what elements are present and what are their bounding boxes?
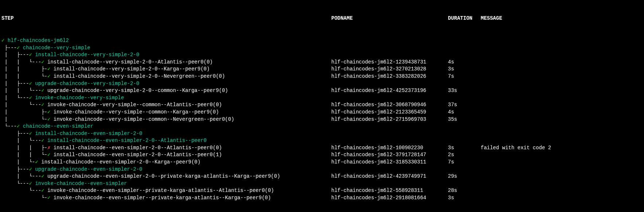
tree-row: └-·-✓ invoke-chaincode--even-simpler--pr… bbox=[0, 187, 644, 194]
tree-prefix: └--- bbox=[1, 123, 17, 129]
duration-cell: 35s bbox=[448, 116, 481, 123]
status-ok-icon: ✓ bbox=[41, 88, 44, 93]
step-label: chaincode--very-simple bbox=[20, 45, 90, 51]
header-podname: PODNAME bbox=[331, 15, 448, 22]
step-cell: | └---✓ invoke-chaincode--very-simple bbox=[1, 95, 331, 102]
tree-row: └---✓ invoke-chaincode--even-simpler bbox=[0, 180, 644, 188]
step-label: invoke-chaincode--even-simpler bbox=[32, 181, 127, 186]
duration-cell: 4s bbox=[448, 59, 481, 66]
status-ok-icon: ✓ bbox=[41, 138, 44, 143]
status-ok-icon: ✓ bbox=[35, 159, 38, 165]
step-label: install-chaincode--even-simpler-2-0--Atl… bbox=[50, 145, 222, 151]
step-cell: | └-✓ install-chaincode--even-simpler-2-… bbox=[1, 159, 331, 166]
tree-row: | | └-✓ install-chaincode--very-simple-2… bbox=[0, 73, 644, 80]
step-cell: | | ├-✗ install-chaincode--even-simpler-… bbox=[1, 144, 331, 152]
duration-cell: 29s bbox=[448, 173, 481, 180]
step-cell: ├---✓ install-chaincode--even-simpler-2-… bbox=[1, 130, 331, 138]
header-message: MESSAGE bbox=[481, 15, 643, 22]
tree-row: | | ├-✗ install-chaincode--even-simpler-… bbox=[0, 144, 644, 152]
step-label: upgrade-chaincode--even-simpler-2-0--pri… bbox=[44, 173, 280, 179]
tree-prefix: | ├--- bbox=[1, 81, 29, 86]
tree-row: | └-✓ install-chaincode--even-simpler-2-… bbox=[0, 159, 644, 166]
step-cell: | ├-✓ invoke-chaincode--very-simple--com… bbox=[1, 109, 331, 116]
step-label: invoke-chaincode--very-simple--common--N… bbox=[50, 116, 234, 122]
step-label: invoke-chaincode--even-simpler--private-… bbox=[50, 195, 271, 201]
step-label: install-chaincode--even-simpler-2-0--Kar… bbox=[38, 159, 200, 165]
tree-prefix: | ├- bbox=[1, 109, 47, 115]
step-cell: | | └-✓ install-chaincode--even-simpler-… bbox=[1, 151, 331, 159]
status-ok-icon: ✓ bbox=[41, 59, 44, 65]
status-ok-icon: ✓ bbox=[29, 166, 32, 172]
tree-row: | └-✓ invoke-chaincode--very-simple--com… bbox=[0, 116, 644, 123]
tree-row: | | ├-✓ install-chaincode--very-simple-2… bbox=[0, 66, 644, 73]
podname-cell: hlf-chaincodes-jm6l2-4252373196 bbox=[331, 87, 448, 95]
duration-cell: 3s bbox=[448, 66, 481, 73]
step-label: install-chaincode--very-simple-2-0--Atla… bbox=[44, 59, 213, 65]
tree-row: ✓ hlf-chaincodes-jm6l2 bbox=[0, 37, 644, 45]
tree-row: | | └-✓ install-chaincode--even-simpler-… bbox=[0, 151, 644, 159]
podname-cell: hlf-chaincodes-jm6l2-3068790946 bbox=[331, 101, 448, 109]
tree-row: | | └---✓ upgrade-chaincode--very-simple… bbox=[0, 87, 644, 95]
step-cell: | ├---✓ upgrade-chaincode--very-simple-2… bbox=[1, 80, 331, 88]
duration-cell: 7s bbox=[448, 159, 481, 166]
duration-cell: 7s bbox=[448, 73, 481, 80]
header-step: STEP bbox=[1, 15, 331, 22]
tree-prefix: | └-·- bbox=[1, 102, 41, 108]
status-ok-icon: ✓ bbox=[41, 173, 44, 179]
step-cell: | | └-✓ install-chaincode--very-simple-2… bbox=[1, 73, 331, 80]
tree-prefix: | └--- bbox=[1, 95, 29, 101]
step-cell: ├---✓ chaincode--very-simple bbox=[1, 45, 331, 52]
step-label: upgrade-chaincode--very-simple-2-0--comm… bbox=[44, 88, 228, 93]
duration-cell: 3s bbox=[448, 144, 481, 152]
tree-prefix: | | └- bbox=[1, 152, 47, 158]
step-label: upgrade-chaincode--very-simple-2-0 bbox=[32, 81, 139, 86]
step-label: invoke-chaincode--very-simple--common--K… bbox=[50, 109, 219, 115]
tree-prefix: └- bbox=[1, 195, 47, 201]
step-cell: └-✓ invoke-chaincode--even-simpler--priv… bbox=[1, 194, 331, 202]
step-cell: | | └-·-✓ install-chaincode--very-simple… bbox=[1, 59, 331, 66]
tree-row: ├---✓ chaincode--very-simple bbox=[0, 45, 644, 52]
tree-row: | └---✓ upgrade-chaincode--even-simpler-… bbox=[0, 173, 644, 180]
step-label: invoke-chaincode--very-simple--common--A… bbox=[44, 102, 222, 108]
tree-prefix: ├--- bbox=[1, 131, 29, 136]
tree-row: ├---✓ install-chaincode--even-simpler-2-… bbox=[0, 130, 644, 138]
step-cell: | | ├-✓ install-chaincode--very-simple-2… bbox=[1, 66, 331, 73]
tree-row: └-✓ invoke-chaincode--even-simpler--priv… bbox=[0, 194, 644, 202]
tree-prefix: └--- bbox=[1, 181, 29, 186]
tree-prefix: ├--- bbox=[1, 45, 17, 51]
header-row: STEP PODNAME DURATION MESSAGE bbox=[0, 14, 644, 23]
duration-cell: 37s bbox=[448, 101, 481, 109]
step-cell: | └-✓ invoke-chaincode--very-simple--com… bbox=[1, 116, 331, 123]
status-ok-icon: ✓ bbox=[41, 102, 44, 108]
tree-prefix: | └-·- bbox=[1, 138, 41, 143]
status-ok-icon: ✓ bbox=[29, 181, 32, 186]
tree-prefix: | | ├- bbox=[1, 145, 47, 151]
podname-cell: hlf-chaincodes-jm6l2-4239749971 bbox=[331, 173, 448, 180]
step-label: chaincode--even-simpler bbox=[20, 123, 93, 129]
tree-prefix: | | └-·- bbox=[1, 59, 41, 65]
podname-cell: hlf-chaincodes-jm6l2-2123365459 bbox=[331, 109, 448, 116]
tree-prefix: | | └--- bbox=[1, 88, 41, 93]
status-ok-icon: ✓ bbox=[29, 131, 32, 136]
podname-cell: hlf-chaincodes-jm6l2-100902230 bbox=[331, 144, 448, 152]
podname-cell: hlf-chaincodes-jm6l2-3185330311 bbox=[331, 159, 448, 166]
step-cell: | ├---✓ install-chaincode--very-simple-2… bbox=[1, 51, 331, 59]
step-label: upgrade-chaincode--even-simpler-2-0 bbox=[32, 166, 142, 172]
step-label: install-chaincode--very-simple-2-0--Karg… bbox=[50, 66, 210, 72]
tree-row: | └-·-✓ invoke-chaincode--very-simple--c… bbox=[0, 101, 644, 109]
tree-prefix: | └- bbox=[1, 159, 35, 165]
duration-cell: 3s bbox=[448, 194, 481, 202]
tree-row: | ├---✓ install-chaincode--very-simple-2… bbox=[0, 51, 644, 59]
tree-prefix: ├--- bbox=[1, 166, 29, 172]
podname-cell: hlf-chaincodes-jm6l2-2715969703 bbox=[331, 116, 448, 123]
step-cell: | | └---✓ upgrade-chaincode--very-simple… bbox=[1, 87, 331, 95]
step-label: install-chaincode--very-simple-2-0--Neve… bbox=[50, 73, 225, 79]
step-cell: └---✓ invoke-chaincode--even-simpler bbox=[1, 180, 331, 188]
tree-prefix: | | ├- bbox=[1, 66, 47, 72]
tree-row: | ├---✓ upgrade-chaincode--very-simple-2… bbox=[0, 80, 644, 88]
status-ok-icon: ✓ bbox=[41, 188, 44, 193]
status-ok-icon: ✓ bbox=[29, 52, 32, 58]
step-label: install-chaincode--even-simpler-2-0--Atl… bbox=[50, 152, 222, 158]
tree-row: ├---✓ upgrade-chaincode--even-simpler-2-… bbox=[0, 166, 644, 173]
terminal-output: STEP PODNAME DURATION MESSAGE ✓ hlf-chai… bbox=[0, 0, 644, 209]
